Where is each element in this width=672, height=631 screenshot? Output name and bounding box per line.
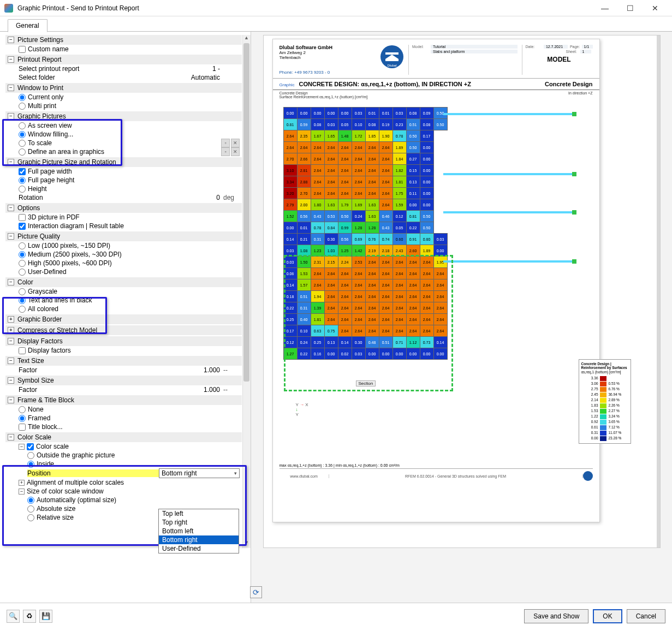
relative-size-radio[interactable] <box>27 514 34 521</box>
window-maximize-button[interactable]: ☐ <box>617 0 643 16</box>
expander-icon[interactable]: − <box>8 338 14 344</box>
quality-medium-radio[interactable] <box>19 251 26 258</box>
multi-print-radio[interactable] <box>19 103 26 110</box>
outside-radio[interactable] <box>27 452 34 459</box>
to-scale-radio[interactable] <box>19 140 26 147</box>
custom-name-checkbox[interactable] <box>19 46 26 53</box>
ok-button[interactable]: OK <box>593 609 622 623</box>
position-dropdown[interactable]: Bottom right▾ <box>159 468 240 478</box>
define-area-icon-a[interactable]: ▫ <box>221 147 230 156</box>
group-printout-report[interactable]: − Printout Report <box>5 55 242 64</box>
group-label: Color Scale <box>17 433 51 441</box>
group-graphic-border[interactable]: +Graphic Border <box>5 314 242 324</box>
group-window-to-print[interactable]: − Window to Print <box>5 83 242 93</box>
current-only-radio[interactable] <box>19 94 26 101</box>
frame-framed-radio[interactable] <box>19 415 26 422</box>
full-height-radio[interactable] <box>19 177 26 184</box>
titleblock-checkbox[interactable] <box>19 424 26 431</box>
expander-icon[interactable]: − <box>8 233 14 240</box>
pdf3d-checkbox[interactable] <box>19 214 26 221</box>
expander-icon[interactable]: − <box>8 113 14 120</box>
subexpander-icon[interactable]: + <box>19 480 25 486</box>
auto-size-radio[interactable] <box>27 497 34 504</box>
window-minimize-button[interactable]: — <box>592 0 617 16</box>
height-radio[interactable] <box>19 186 26 193</box>
expander-icon[interactable]: − <box>8 85 14 91</box>
select-report-value[interactable]: 1 - <box>158 65 223 73</box>
text-factor-value[interactable]: 1.000 <box>158 366 223 374</box>
expander-icon[interactable]: − <box>8 37 14 43</box>
group-frame[interactable]: −Frame & Title Block <box>5 395 242 405</box>
legend-row: 1.832.26 % <box>581 403 628 408</box>
cancel-button[interactable]: Cancel <box>627 609 665 623</box>
expander-icon[interactable]: − <box>8 377 14 384</box>
expander-icon[interactable]: − <box>8 358 14 364</box>
expander-icon[interactable]: + <box>8 327 14 334</box>
frame-none-radio[interactable] <box>19 406 26 413</box>
quality-low-radio[interactable] <box>19 242 26 249</box>
window-filling-radio[interactable] <box>19 131 26 138</box>
expander-icon[interactable]: − <box>8 56 14 63</box>
expander-icon[interactable]: + <box>8 316 14 323</box>
symbol-factor-value[interactable]: 1.000 <box>158 386 223 394</box>
select-folder-value[interactable]: Automatic <box>158 74 223 81</box>
quality-high-radio[interactable] <box>19 260 26 267</box>
expander-icon[interactable]: − <box>8 434 14 440</box>
company-phone: Phone: +49 9673 9203 - 0 <box>279 70 376 75</box>
tab-general[interactable]: General <box>8 19 47 32</box>
inside-radio[interactable] <box>27 461 34 468</box>
preview-viewport[interactable]: Dlubal Software GmbH Am Zellweg 2 Tiefen… <box>263 35 661 548</box>
heatmap-cell: 0.50 <box>338 210 352 222</box>
settings-scrollbar[interactable]: ▲ ▼ <box>242 35 251 548</box>
black-radio[interactable] <box>19 297 26 304</box>
define-area-radio[interactable] <box>19 148 26 156</box>
save-template-button[interactable]: 💾 <box>39 610 52 623</box>
expander-icon[interactable]: − <box>8 205 14 211</box>
expander-icon[interactable]: − <box>8 397 14 403</box>
define-area-icon-b[interactable]: ✕ <box>231 147 240 156</box>
as-screen-radio[interactable] <box>19 122 26 129</box>
group-picture-settings[interactable]: − Picture Settings <box>5 35 242 45</box>
expander-icon[interactable]: − <box>8 279 14 285</box>
heatmap-cell: 2.64 <box>379 176 393 188</box>
group-options[interactable]: − Options <box>5 203 242 213</box>
heatmap-cell: 0.50 <box>433 118 448 130</box>
interaction-checkbox[interactable] <box>19 223 26 230</box>
absolute-size-radio[interactable] <box>27 505 34 513</box>
dropdown-option[interactable]: Bottom left <box>159 527 239 535</box>
chart-area: 0.000.000.000.000.000.030.010.010.030.08… <box>279 102 593 462</box>
position-dropdown-list[interactable]: Top left Top right Bottom left Bottom ri… <box>158 509 239 553</box>
to-scale-icon-a[interactable]: ▫ <box>221 139 230 147</box>
allcolored-radio[interactable] <box>19 306 26 313</box>
quality-user-radio[interactable] <box>19 269 26 276</box>
group-color-scale[interactable]: −Color Scale <box>5 432 242 442</box>
group-compress[interactable]: +Compress or Stretch Model <box>5 325 242 335</box>
dropdown-option[interactable]: Top left <box>159 509 239 518</box>
dropdown-option[interactable]: User-Defined <box>159 544 239 553</box>
reset-button[interactable]: ♻ <box>23 610 36 623</box>
group-graphic-pictures[interactable]: − Graphic Pictures <box>5 111 242 121</box>
group-size-rotation[interactable]: − Graphic Picture Size and Rotation <box>5 157 242 167</box>
to-scale-icon-b[interactable]: ✕ <box>231 139 240 147</box>
rotation-value[interactable]: 0 <box>158 194 223 201</box>
full-width-checkbox[interactable] <box>19 168 26 175</box>
color-scale-checkbox[interactable] <box>27 443 34 450</box>
group-color[interactable]: − Color <box>5 277 242 287</box>
group-display-factors[interactable]: − Display Factors <box>5 336 242 346</box>
help-button[interactable]: 🔍 <box>7 610 20 623</box>
subexpander-icon[interactable]: − <box>19 444 25 450</box>
subexpander-icon[interactable]: − <box>19 489 25 495</box>
save-and-show-button[interactable]: Save and Show <box>524 609 588 623</box>
refresh-button[interactable]: ⟳ <box>250 586 262 598</box>
window-close-button[interactable]: ✕ <box>643 0 668 16</box>
display-factors-checkbox[interactable] <box>19 347 26 354</box>
heatmap-cell: 0.46 <box>379 210 393 222</box>
grayscale-radio[interactable] <box>19 288 26 295</box>
group-symbol-size[interactable]: −Symbol Size <box>5 376 242 385</box>
dropdown-option[interactable]: Top right <box>159 518 239 527</box>
group-text-size[interactable]: −Text Size <box>5 356 242 366</box>
heatmap-cell: 1.72 <box>352 130 366 142</box>
dropdown-option-selected[interactable]: Bottom right <box>159 535 239 544</box>
expander-icon[interactable]: − <box>8 159 14 165</box>
group-picture-quality[interactable]: − Picture Quality <box>5 231 242 241</box>
